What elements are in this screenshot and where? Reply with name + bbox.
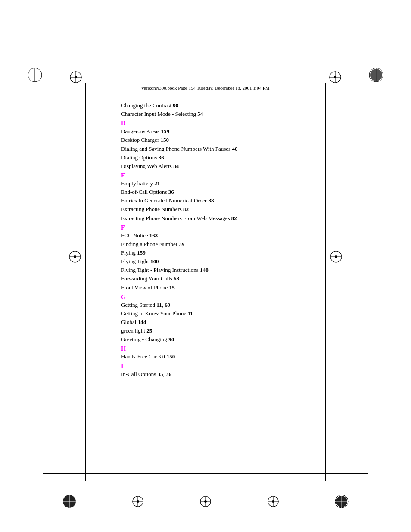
svg-point-33: [204, 500, 207, 503]
page: verizonN300.book Page 194 Tuesday, Decem…: [0, 0, 411, 532]
section-letter-h: H: [121, 345, 325, 352]
reg-mark-bottom-center: [199, 495, 212, 510]
entry-empty-battery: Empty battery 21: [121, 179, 325, 188]
svg-point-10: [334, 76, 336, 78]
bottom-line-top: [43, 473, 368, 474]
entry-dialing-saving: Dialing and Saving Phone Numbers With Pa…: [121, 145, 325, 153]
entry-displaying-web-alerts: Displaying Web Alerts 84: [121, 162, 325, 171]
index-content: Changing the Contrast 98 Character Input…: [121, 101, 325, 472]
entry-dialing-options: Dialing Options 36: [121, 153, 325, 162]
reg-mark-bottom-right-outline: [267, 495, 280, 510]
section-c-entries: Changing the Contrast 98 Character Input…: [121, 101, 325, 118]
reg-mark-mid-left: [68, 250, 82, 265]
section-f: F FCC Notice 163 Finding a Phone Number …: [121, 224, 325, 292]
vline-right: [325, 83, 326, 481]
reg-mark-top-right-inner: [328, 70, 342, 86]
entry-in-call-options: In-Call Options 35, 36: [121, 370, 325, 379]
entry-fcc-notice: FCC Notice 163: [121, 231, 325, 240]
section-i: I In-Call Options 35, 36: [121, 363, 325, 379]
svg-point-22: [335, 255, 337, 258]
entry-getting-started: Getting Started 11, 69: [121, 301, 325, 309]
section-letter-f: F: [121, 224, 325, 231]
entry-flying-tight-playing: Flying Tight - Playing Instructions 140: [121, 266, 325, 274]
svg-point-37: [272, 500, 274, 503]
reg-mark-bottom-right-dark: [334, 494, 349, 510]
vline-left: [85, 83, 86, 481]
svg-point-29: [137, 500, 139, 503]
header-line-bottom: [43, 95, 368, 95]
svg-point-6: [75, 76, 77, 78]
entry-desktop-charger: Desktop Charger 150: [121, 136, 325, 144]
entry-greeting-changing: Greeting - Changing 94: [121, 335, 325, 344]
section-g: G Getting Started 11, 69 Getting to Know…: [121, 294, 325, 344]
section-letter-i: I: [121, 363, 325, 370]
bottom-line-bottom: [43, 481, 368, 481]
entry-dangerous-areas: Dangerous Areas 159: [121, 127, 325, 136]
section-letter-e: E: [121, 172, 325, 179]
entry-end-of-call: End-of-Call Options 36: [121, 188, 325, 196]
section-e: E Empty battery 21 End-of-Call Options 3…: [121, 172, 325, 223]
header-line-top: [43, 83, 368, 83]
reg-mark-top-right-outer: [368, 67, 384, 85]
entry-extracting-phone-web: Extracting Phone Numbers From Web Messag…: [121, 214, 325, 223]
reg-mark-top-left-inner: [69, 70, 83, 86]
entry-extracting-phone: Extracting Phone Numbers 82: [121, 205, 325, 214]
entry-green-light: green light 25: [121, 327, 325, 335]
bottom-marks-row: [0, 494, 411, 510]
entry-character-input: Character Input Mode - Selecting 54: [121, 110, 325, 118]
entry-flying: Flying 159: [121, 249, 325, 257]
entry-hands-free: Hands-Free Car Kit 150: [121, 352, 325, 361]
header-text: verizonN300.book Page 194 Tuesday, Decem…: [0, 85, 411, 90]
reg-mark-top-left-outer: [27, 67, 43, 85]
entry-changing-contrast: Changing the Contrast 98: [121, 101, 325, 110]
entry-finding-phone: Finding a Phone Number 39: [121, 240, 325, 249]
reg-mark-bottom-left-outline: [131, 495, 144, 510]
section-letter-g: G: [121, 294, 325, 301]
entry-forwarding-calls: Forwarding Your Calls 68: [121, 274, 325, 283]
entry-flying-tight: Flying Tight 140: [121, 257, 325, 266]
section-h: H Hands-Free Car Kit 150: [121, 345, 325, 361]
reg-mark-mid-right: [329, 250, 343, 265]
section-letter-d: D: [121, 120, 325, 127]
section-d: D Dangerous Areas 159 Desktop Charger 15…: [121, 120, 325, 171]
entry-front-view: Front View of Phone 15: [121, 283, 325, 292]
svg-point-18: [74, 255, 76, 258]
entry-getting-to-know: Getting to Know Your Phone 11: [121, 309, 325, 318]
svg-point-14: [370, 69, 382, 81]
entry-entries-numerical: Entries In Generated Numerical Order 88: [121, 196, 325, 205]
reg-mark-bottom-left-dark: [62, 494, 77, 510]
entry-global: Global 144: [121, 318, 325, 327]
